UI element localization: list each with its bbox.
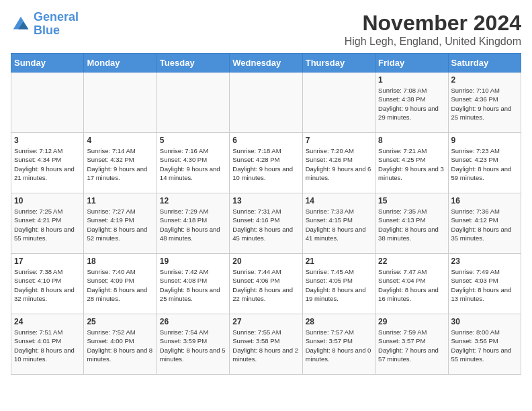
calendar-cell-week2-day6: 9Sunrise: 7:23 AM Sunset: 4:23 PM Daylig… bbox=[448, 133, 521, 193]
calendar-cell-week3-day6: 16Sunrise: 7:36 AM Sunset: 4:12 PM Dayli… bbox=[448, 193, 521, 254]
logo-text: General Blue bbox=[34, 11, 79, 38]
day-number: 18 bbox=[87, 257, 153, 266]
day-info: Sunrise: 7:16 AM Sunset: 4:30 PM Dayligh… bbox=[160, 146, 226, 182]
day-number: 29 bbox=[378, 317, 445, 326]
day-info: Sunrise: 7:42 AM Sunset: 4:08 PM Dayligh… bbox=[160, 267, 226, 303]
day-number: 28 bbox=[306, 317, 372, 326]
day-info: Sunrise: 7:57 AM Sunset: 3:57 PM Dayligh… bbox=[306, 328, 372, 363]
weekday-header-saturday: Saturday bbox=[448, 54, 521, 73]
calendar-cell-week3-day3: 13Sunrise: 7:31 AM Sunset: 4:16 PM Dayli… bbox=[230, 193, 302, 254]
day-number: 16 bbox=[451, 196, 518, 205]
day-info: Sunrise: 7:21 AM Sunset: 4:25 PM Dayligh… bbox=[378, 146, 445, 182]
day-number: 8 bbox=[378, 136, 445, 145]
calendar-cell-week2-day3: 6Sunrise: 7:18 AM Sunset: 4:28 PM Daylig… bbox=[230, 133, 302, 193]
calendar-body: 1Sunrise: 7:08 AM Sunset: 4:38 PM Daylig… bbox=[11, 73, 521, 375]
day-info: Sunrise: 7:54 AM Sunset: 3:59 PM Dayligh… bbox=[160, 328, 226, 363]
logo-line2: Blue bbox=[34, 24, 60, 37]
calendar-week-5: 24Sunrise: 7:51 AM Sunset: 4:01 PM Dayli… bbox=[11, 314, 521, 375]
day-info: Sunrise: 7:20 AM Sunset: 4:26 PM Dayligh… bbox=[306, 146, 372, 182]
location-title: High Legh, England, United Kingdom bbox=[345, 36, 521, 48]
day-info: Sunrise: 7:08 AM Sunset: 4:38 PM Dayligh… bbox=[378, 86, 445, 122]
day-number: 21 bbox=[306, 257, 372, 266]
day-info: Sunrise: 7:35 AM Sunset: 4:13 PM Dayligh… bbox=[378, 207, 445, 242]
calendar-cell-week2-day0: 3Sunrise: 7:12 AM Sunset: 4:34 PM Daylig… bbox=[11, 133, 84, 193]
calendar-cell-week5-day1: 25Sunrise: 7:52 AM Sunset: 4:00 PM Dayli… bbox=[84, 314, 157, 375]
day-number: 22 bbox=[378, 257, 445, 266]
day-number: 19 bbox=[160, 257, 226, 266]
day-info: Sunrise: 7:23 AM Sunset: 4:23 PM Dayligh… bbox=[451, 146, 518, 182]
calendar-cell-week4-day3: 20Sunrise: 7:44 AM Sunset: 4:06 PM Dayli… bbox=[230, 254, 302, 314]
weekday-header-thursday: Thursday bbox=[302, 54, 375, 73]
day-info: Sunrise: 7:47 AM Sunset: 4:04 PM Dayligh… bbox=[378, 267, 445, 303]
calendar-cell-week4-day2: 19Sunrise: 7:42 AM Sunset: 4:08 PM Dayli… bbox=[157, 254, 229, 314]
day-info: Sunrise: 8:00 AM Sunset: 3:56 PM Dayligh… bbox=[451, 328, 518, 363]
day-number: 25 bbox=[87, 317, 153, 326]
weekday-header-sunday: Sunday bbox=[11, 54, 84, 73]
day-number: 3 bbox=[14, 136, 81, 145]
calendar-cell-week3-day4: 14Sunrise: 7:33 AM Sunset: 4:15 PM Dayli… bbox=[302, 193, 375, 254]
day-info: Sunrise: 7:12 AM Sunset: 4:34 PM Dayligh… bbox=[14, 146, 81, 182]
calendar-cell-week5-day0: 24Sunrise: 7:51 AM Sunset: 4:01 PM Dayli… bbox=[11, 314, 84, 375]
day-info: Sunrise: 7:29 AM Sunset: 4:18 PM Dayligh… bbox=[160, 207, 226, 242]
calendar-week-1: 1Sunrise: 7:08 AM Sunset: 4:38 PM Daylig… bbox=[11, 73, 521, 133]
weekday-header-row: SundayMondayTuesdayWednesdayThursdayFrid… bbox=[11, 54, 521, 73]
day-info: Sunrise: 7:27 AM Sunset: 4:19 PM Dayligh… bbox=[87, 207, 153, 242]
day-info: Sunrise: 7:59 AM Sunset: 3:57 PM Dayligh… bbox=[378, 328, 445, 363]
weekday-header-monday: Monday bbox=[84, 54, 157, 73]
day-info: Sunrise: 7:36 AM Sunset: 4:12 PM Dayligh… bbox=[451, 207, 518, 242]
title-area: November 2024 High Legh, England, United… bbox=[345, 11, 521, 48]
calendar-cell-week2-day2: 5Sunrise: 7:16 AM Sunset: 4:30 PM Daylig… bbox=[157, 133, 229, 193]
calendar-cell-week1-day6: 2Sunrise: 7:10 AM Sunset: 4:36 PM Daylig… bbox=[448, 73, 521, 133]
day-number: 7 bbox=[306, 136, 372, 145]
calendar-cell-week1-day1 bbox=[84, 73, 157, 133]
day-info: Sunrise: 7:52 AM Sunset: 4:00 PM Dayligh… bbox=[87, 328, 153, 363]
calendar-cell-week3-day1: 11Sunrise: 7:27 AM Sunset: 4:19 PM Dayli… bbox=[84, 193, 157, 254]
calendar-cell-week4-day4: 21Sunrise: 7:45 AM Sunset: 4:05 PM Dayli… bbox=[302, 254, 375, 314]
day-number: 10 bbox=[14, 196, 81, 205]
calendar-cell-week4-day1: 18Sunrise: 7:40 AM Sunset: 4:09 PM Dayli… bbox=[84, 254, 157, 314]
day-number: 5 bbox=[160, 136, 226, 145]
calendar-cell-week5-day3: 27Sunrise: 7:55 AM Sunset: 3:58 PM Dayli… bbox=[230, 314, 302, 375]
day-info: Sunrise: 7:45 AM Sunset: 4:05 PM Dayligh… bbox=[306, 267, 372, 303]
calendar-cell-week2-day1: 4Sunrise: 7:14 AM Sunset: 4:32 PM Daylig… bbox=[84, 133, 157, 193]
day-number: 13 bbox=[232, 196, 299, 205]
day-info: Sunrise: 7:55 AM Sunset: 3:58 PM Dayligh… bbox=[232, 328, 299, 363]
day-info: Sunrise: 7:38 AM Sunset: 4:10 PM Dayligh… bbox=[14, 267, 81, 303]
day-number: 30 bbox=[451, 317, 518, 326]
day-number: 11 bbox=[87, 196, 153, 205]
calendar-cell-week1-day0 bbox=[11, 73, 84, 133]
calendar-cell-week4-day6: 23Sunrise: 7:49 AM Sunset: 4:03 PM Dayli… bbox=[448, 254, 521, 314]
calendar-cell-week5-day6: 30Sunrise: 8:00 AM Sunset: 3:56 PM Dayli… bbox=[448, 314, 521, 375]
calendar-cell-week3-day5: 15Sunrise: 7:35 AM Sunset: 4:13 PM Dayli… bbox=[375, 193, 448, 254]
day-number: 6 bbox=[232, 136, 299, 145]
weekday-header-wednesday: Wednesday bbox=[230, 54, 302, 73]
calendar-table: SundayMondayTuesdayWednesdayThursdayFrid… bbox=[11, 53, 521, 375]
calendar-cell-week3-day2: 12Sunrise: 7:29 AM Sunset: 4:18 PM Dayli… bbox=[157, 193, 229, 254]
day-info: Sunrise: 7:14 AM Sunset: 4:32 PM Dayligh… bbox=[87, 146, 153, 182]
calendar-cell-week4-day0: 17Sunrise: 7:38 AM Sunset: 4:10 PM Dayli… bbox=[11, 254, 84, 314]
day-number: 14 bbox=[306, 196, 372, 205]
day-number: 1 bbox=[378, 75, 445, 85]
calendar-cell-week5-day2: 26Sunrise: 7:54 AM Sunset: 3:59 PM Dayli… bbox=[157, 314, 229, 375]
day-info: Sunrise: 7:10 AM Sunset: 4:36 PM Dayligh… bbox=[451, 86, 518, 122]
calendar-cell-week1-day5: 1Sunrise: 7:08 AM Sunset: 4:38 PM Daylig… bbox=[375, 73, 448, 133]
day-number: 4 bbox=[87, 136, 153, 145]
calendar-week-3: 10Sunrise: 7:25 AM Sunset: 4:21 PM Dayli… bbox=[11, 193, 521, 254]
day-info: Sunrise: 7:44 AM Sunset: 4:06 PM Dayligh… bbox=[232, 267, 299, 303]
day-info: Sunrise: 7:40 AM Sunset: 4:09 PM Dayligh… bbox=[87, 267, 153, 303]
day-number: 15 bbox=[378, 196, 445, 205]
day-number: 26 bbox=[160, 317, 226, 326]
logo-line1: General bbox=[34, 10, 79, 24]
logo-icon bbox=[11, 14, 31, 34]
logo: General Blue bbox=[11, 11, 79, 38]
day-info: Sunrise: 7:51 AM Sunset: 4:01 PM Dayligh… bbox=[14, 328, 81, 363]
calendar-cell-week5-day5: 29Sunrise: 7:59 AM Sunset: 3:57 PM Dayli… bbox=[375, 314, 448, 375]
calendar-header: SundayMondayTuesdayWednesdayThursdayFrid… bbox=[11, 54, 521, 73]
calendar-cell-week4-day5: 22Sunrise: 7:47 AM Sunset: 4:04 PM Dayli… bbox=[375, 254, 448, 314]
calendar-cell-week1-day3 bbox=[230, 73, 302, 133]
calendar-cell-week1-day2 bbox=[157, 73, 229, 133]
day-info: Sunrise: 7:31 AM Sunset: 4:16 PM Dayligh… bbox=[232, 207, 299, 242]
calendar-cell-week1-day4 bbox=[302, 73, 375, 133]
calendar-cell-week3-day0: 10Sunrise: 7:25 AM Sunset: 4:21 PM Dayli… bbox=[11, 193, 84, 254]
day-number: 17 bbox=[14, 257, 81, 266]
